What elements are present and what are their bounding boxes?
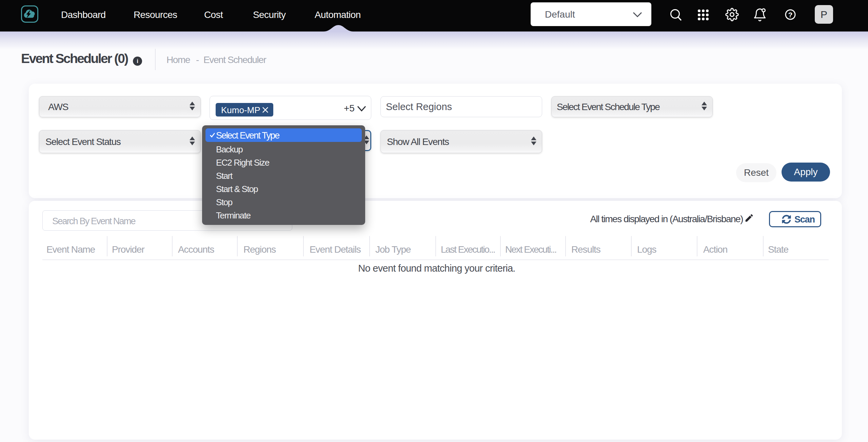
svg-text:?: ? — [788, 11, 793, 19]
